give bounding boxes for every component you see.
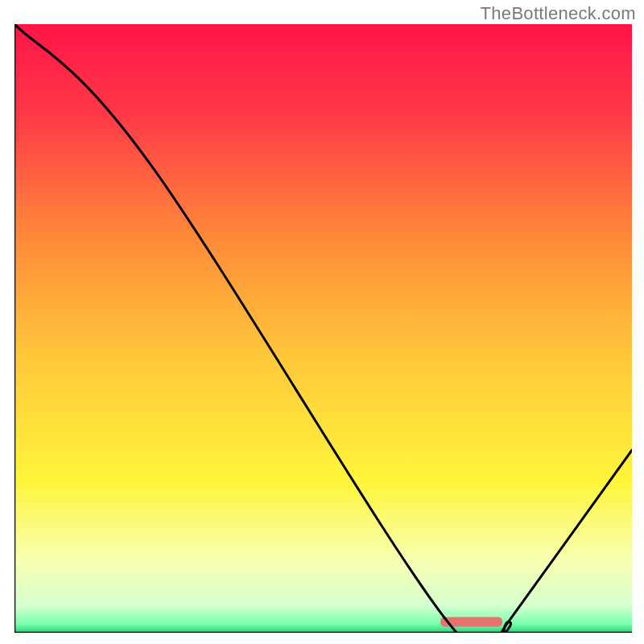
bottleneck-chart: TheBottleneck.com <box>0 0 644 644</box>
chart-svg <box>14 24 632 633</box>
plot-area <box>14 24 632 633</box>
watermark-text: TheBottleneck.com <box>481 3 636 24</box>
gradient-background <box>14 24 632 633</box>
